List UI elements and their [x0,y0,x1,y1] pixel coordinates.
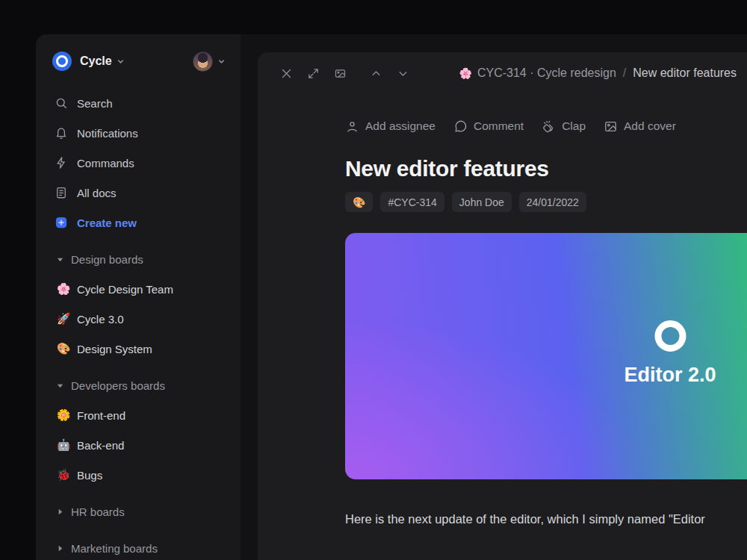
sidebar-item-all-docs[interactable]: All docs [36,178,241,208]
doc-id-tag[interactable]: #CYC-314 [380,192,444,212]
add-assignee-button[interactable]: Add assignee [345,119,436,134]
action-label: Add assignee [365,119,436,133]
board-bugs[interactable]: 🐞 Bugs [36,460,241,490]
board-cycle-design-team[interactable]: 🌸 Cycle Design Team [36,274,241,304]
section-marketing-boards[interactable]: Marketing boards [36,533,241,560]
sidebar-item-label: Create new [77,217,137,229]
section-design-boards[interactable]: Design boards [36,244,241,274]
cycle-logo-icon [52,52,72,71]
cover-title: Editor 2.0 [624,364,716,387]
board-design-system[interactable]: 🎨 Design System [36,334,241,364]
docs-icon [55,186,68,199]
doc-actions: Add assignee Comment Clap Add cover [345,115,747,137]
sidebar-item-commands[interactable]: Commands [36,148,241,178]
breadcrumb: 🌸 CYC-314 · Cycle redesign / New editor … [459,66,737,80]
comment-icon [453,119,468,134]
sidebar-item-label: Notifications [77,127,138,140]
image-icon [604,119,618,134]
page-title[interactable]: New editor features [345,155,747,182]
action-label: Add cover [624,119,676,133]
breadcrumb-separator: / [622,66,627,80]
cover-image: Editor 2.0 [345,233,747,479]
section-label: Design boards [71,253,143,266]
emoji-tag[interactable]: 🎨 [345,192,373,212]
sidebar-item-notifications[interactable]: Notifications [36,118,241,148]
workspace-name: Cycle [80,55,112,68]
date-tag[interactable]: 24/01/2022 [519,192,586,212]
lightning-icon [55,156,68,169]
board-cycle-3-0[interactable]: 🚀 Cycle 3.0 [36,304,241,334]
board-label: Cycle Design Team [77,283,173,296]
doc-body-text[interactable]: Here is the next update of the editor, w… [345,512,747,526]
author-tag[interactable]: John Doe [452,192,512,212]
board-emoji: 🌸 [459,67,471,79]
board-front-end[interactable]: 🌼 Front-end [36,400,241,430]
clap-button[interactable]: Clap [542,119,586,134]
board-label: Bugs [77,469,102,482]
chevron-down-icon [117,57,125,66]
chevron-down-icon[interactable] [394,64,412,82]
sidebar-item-label: Commands [77,157,134,169]
doc-tags: 🎨 #CYC-314 John Doe 24/01/2022 [345,192,747,212]
section-label: Marketing boards [71,542,158,555]
sidebar: Cycle Search Notifications [36,34,241,560]
section-developers-boards[interactable]: Developers boards [36,370,241,400]
assignee-icon [345,119,359,134]
chevron-right-icon [56,508,64,516]
board-emoji: 🌼 [56,408,71,422]
ring-logo-icon [654,320,686,352]
sidebar-item-create-new[interactable]: Create new [36,208,241,237]
action-label: Comment [474,119,524,133]
bell-icon [55,126,68,140]
app-window: Cycle Search Notifications [36,34,747,560]
plus-icon [55,216,68,229]
action-label: Clap [562,119,586,133]
section-label: HR boards [71,505,125,518]
doc-toolbar: 🌸 CYC-314 · Cycle redesign / New editor … [258,52,747,94]
chevron-down-icon [56,255,64,264]
board-label: Design System [77,343,152,355]
expand-icon[interactable] [304,64,322,82]
board-emoji: 🐞 [56,468,71,482]
doc-panel: 🌸 CYC-314 · Cycle redesign / New editor … [258,52,747,560]
board-label: Front-end [77,409,125,422]
add-cover-button[interactable]: Add cover [604,119,676,134]
section-label: Developers boards [71,379,165,392]
clap-icon [542,119,556,134]
close-icon[interactable] [277,64,295,82]
sidebar-item-search[interactable]: Search [36,88,241,118]
doc-content: Add assignee Comment Clap Add cover New … [258,115,747,526]
sidebar-item-label: Search [77,97,113,110]
board-label: Back-end [77,439,124,452]
insert-image-icon[interactable] [331,64,349,82]
breadcrumb-current: New editor features [633,66,737,80]
board-emoji: 🤖 [56,438,71,452]
section-hr-boards[interactable]: HR boards [36,497,241,526]
breadcrumb-parent[interactable]: CYC-314 · Cycle redesign [477,66,616,80]
board-emoji: 🚀 [56,312,71,326]
comment-button[interactable]: Comment [453,119,524,134]
chevron-up-icon[interactable] [367,64,385,82]
board-label: Cycle 3.0 [77,313,124,326]
sidebar-item-label: All docs [77,187,117,199]
chevron-right-icon [56,544,64,553]
chevron-down-icon[interactable] [217,57,226,66]
board-emoji: 🌸 [56,282,71,296]
workspace-switcher[interactable]: Cycle [36,34,241,88]
user-avatar[interactable] [193,52,213,72]
chevron-down-icon [56,382,64,390]
search-icon [55,96,68,110]
board-emoji: 🎨 [56,342,71,355]
board-back-end[interactable]: 🤖 Back-end [36,430,241,460]
cover-brand: Editor 2.0 [624,320,716,387]
